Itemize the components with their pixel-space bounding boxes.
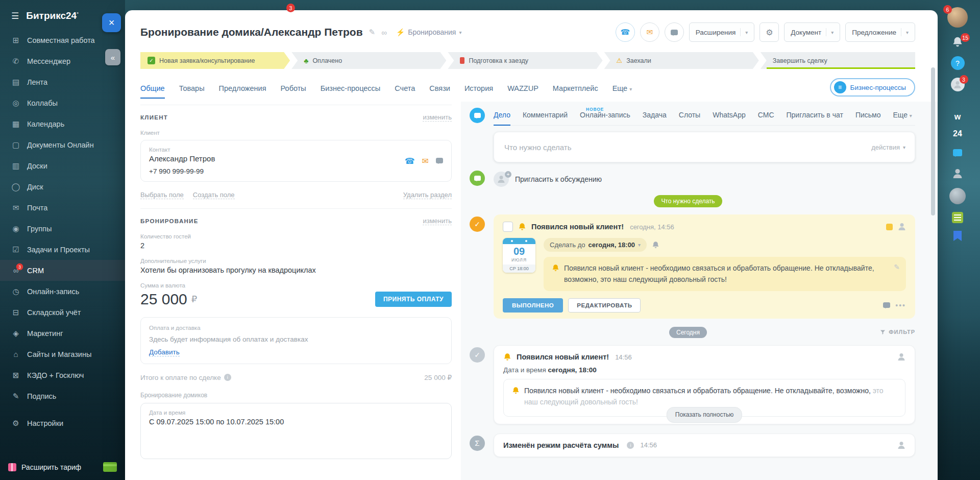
- stage-checkin-prep[interactable]: Подготовка к заезду: [448, 52, 602, 69]
- responsible-person-icon[interactable]: [897, 441, 905, 449]
- stage-new-request[interactable]: ✓ Новая заявка/консультирование: [140, 52, 290, 69]
- sidebar-item-groups[interactable]: ◉Группы: [0, 218, 125, 239]
- notifications-bell-icon[interactable]: 15: [950, 35, 965, 49]
- activity-title[interactable]: Появился новый клиент!: [531, 223, 624, 231]
- close-deal-button[interactable]: ×: [102, 13, 121, 32]
- copy-link-icon[interactable]: ∞: [381, 28, 387, 37]
- tl-tab-letter[interactable]: Письмо: [855, 111, 881, 126]
- sidebar-collapse-button[interactable]: «: [105, 49, 120, 65]
- offer-button[interactable]: Предложение ▾: [845, 22, 915, 42]
- tab-business-processes[interactable]: Бизнес-процессы: [321, 84, 381, 99]
- actions-dropdown[interactable]: действия▾: [871, 143, 905, 151]
- sidebar-item-marketing[interactable]: ◈Маркетинг: [0, 323, 125, 344]
- edit-title-icon[interactable]: ✎: [369, 28, 376, 37]
- show-more-button[interactable]: Показать полностью: [667, 407, 742, 423]
- chat-button[interactable]: [665, 22, 684, 42]
- bookmark-dock-icon[interactable]: [953, 231, 962, 241]
- tl-tab-online-booking[interactable]: НОВОЕОнлайн-запись: [580, 111, 630, 126]
- bitrix24-dock-icon[interactable]: 24: [953, 129, 962, 138]
- settings-gear-button[interactable]: ⚙: [760, 22, 779, 42]
- wazzup-dock-icon[interactable]: w: [954, 112, 961, 122]
- user-avatar[interactable]: 6: [947, 7, 968, 28]
- document-button[interactable]: Документ ▾: [784, 22, 840, 42]
- contact-email-icon[interactable]: ✉: [422, 156, 429, 166]
- edit-button[interactable]: РЕДАКТИРОВАТЬ: [568, 298, 641, 313]
- deadline-calendar[interactable]: 09 ИЮЛЯ СР 18:00: [503, 238, 535, 273]
- contact-chat-icon[interactable]: [436, 156, 443, 165]
- accept-payment-button[interactable]: ПРИНЯТЬ ОПЛАТУ: [375, 292, 452, 307]
- tab-history[interactable]: История: [464, 84, 493, 99]
- tl-tab-whatsapp[interactable]: WhatsApp: [713, 111, 746, 126]
- menu-burger-icon[interactable]: ☰: [11, 11, 19, 21]
- secondary-user-avatar[interactable]: [949, 188, 966, 204]
- tl-tab-comment[interactable]: Комментарий: [523, 111, 568, 126]
- helpdesk-icon[interactable]: 3: [951, 78, 965, 91]
- deadline-selector[interactable]: Сделать до сегодня, 18:00 ▾: [544, 238, 647, 252]
- tab-general[interactable]: Общие: [140, 84, 165, 99]
- sidebar-item-signature[interactable]: ✎Подпись: [0, 386, 125, 406]
- client-edit-link[interactable]: изменить: [423, 113, 452, 122]
- contact-phone[interactable]: +7 990 999-99-99: [149, 167, 215, 175]
- tab-relations[interactable]: Связи: [429, 84, 450, 99]
- timeline-scrollbar[interactable]: [931, 67, 935, 215]
- services-value[interactable]: Хотели бы организовать прогулку на квадр…: [140, 266, 452, 274]
- sidebar-item-mail[interactable]: ✉Почта: [0, 197, 125, 218]
- guests-value[interactable]: 2: [140, 242, 452, 250]
- edit-note-icon[interactable]: ✎: [894, 262, 900, 273]
- add-payment-link[interactable]: Добавить: [149, 348, 180, 356]
- contact-call-icon[interactable]: ☎: [405, 156, 415, 166]
- sidebar-item-tasks[interactable]: ☑Задачи и Проекты: [0, 239, 125, 260]
- tl-tab-task[interactable]: Задача: [643, 111, 667, 126]
- info-icon[interactable]: i: [224, 374, 231, 381]
- tab-products[interactable]: Товары: [179, 84, 205, 99]
- sidebar-item-calendar[interactable]: ▦Календарь: [0, 113, 125, 134]
- pipeline-selector[interactable]: ⚡ Бронирования ▾: [396, 28, 462, 36]
- todo-input[interactable]: [503, 142, 871, 152]
- filter-button[interactable]: ФИЛЬТР: [880, 329, 915, 335]
- call-button[interactable]: ☎: [616, 22, 635, 42]
- tl-tab-invite-chat[interactable]: Пригласить в чат: [787, 111, 843, 126]
- tl-tab-activity[interactable]: Дело: [494, 111, 510, 126]
- responsible-person-icon[interactable]: [898, 223, 906, 231]
- tab-wazzup[interactable]: WAZZUP: [507, 84, 538, 99]
- tab-robots[interactable]: Роботы: [281, 84, 306, 99]
- sidebar-item-collaboration[interactable]: ⊞Совместная работа: [0, 30, 125, 51]
- create-field-link[interactable]: Создать поле: [193, 191, 235, 199]
- tab-invoices[interactable]: Счета: [395, 84, 415, 99]
- tl-tab-sms[interactable]: СМС: [758, 111, 774, 126]
- booking-edit-link[interactable]: изменить: [423, 217, 452, 225]
- datetime-value[interactable]: С 09.07.2025 15:00 по 10.07.2025 15:00: [149, 418, 443, 426]
- upgrade-tariff-button[interactable]: Расширить тариф: [0, 462, 125, 472]
- select-field-link[interactable]: Выбрать поле: [140, 191, 184, 199]
- invite-to-discussion[interactable]: + Пригласить к обсуждению: [494, 171, 915, 187]
- sidebar-item-warehouse[interactable]: ⊟Складской учёт: [0, 302, 125, 323]
- sidebar-item-crm[interactable]: ∞3CRM: [0, 260, 125, 281]
- tab-more[interactable]: Еще▾: [612, 84, 632, 99]
- business-processes-button[interactable]: ≡ Бизнес-процессы: [830, 78, 915, 97]
- complete-checkbox[interactable]: [503, 222, 513, 232]
- payment-card-icon[interactable]: [103, 462, 117, 472]
- stage-paid[interactable]: ♣ Оплачено: [291, 52, 446, 69]
- reminder-bell-icon[interactable]: [652, 241, 659, 249]
- todo-stream-pill[interactable]: Что нужно сделать: [654, 195, 722, 207]
- more-options-icon[interactable]: •••: [895, 301, 906, 309]
- sidebar-item-boards[interactable]: ▥Доски: [0, 155, 125, 176]
- sidebar-item-documents[interactable]: ▢Документы Онлайн: [0, 134, 125, 155]
- done-button[interactable]: ВЫПОЛНЕНО: [503, 298, 563, 313]
- extensions-button[interactable]: Расширения ▾: [689, 22, 755, 42]
- email-button[interactable]: ✉: [640, 22, 659, 42]
- sidebar-item-kedo[interactable]: ⊠КЭДО + Госключ: [0, 365, 125, 386]
- stage-checked-in[interactable]: ⚠ Заехали: [604, 52, 759, 69]
- sidebar-item-collabs[interactable]: ◎Коллабы: [0, 92, 125, 113]
- tl-tab-slots[interactable]: Слоты: [679, 111, 700, 126]
- deal-amount[interactable]: 25 000: [140, 291, 187, 308]
- notes-dock-icon[interactable]: [952, 212, 963, 223]
- sidebar-item-online-booking[interactable]: ◷Онлайн-запись: [0, 281, 125, 302]
- sidebar-item-settings[interactable]: ⚙Настройки: [0, 413, 125, 434]
- booking-datetime-box[interactable]: Дата и время С 09.07.2025 15:00 по 10.07…: [140, 403, 452, 459]
- tl-tab-more[interactable]: Еще ▾: [893, 111, 912, 126]
- comment-icon[interactable]: [883, 301, 890, 310]
- tab-marketplace[interactable]: Маркетплейс: [553, 84, 598, 99]
- sidebar-item-sites[interactable]: ⌂Сайты и Магазины: [0, 344, 125, 365]
- info-icon[interactable]: i: [627, 442, 634, 449]
